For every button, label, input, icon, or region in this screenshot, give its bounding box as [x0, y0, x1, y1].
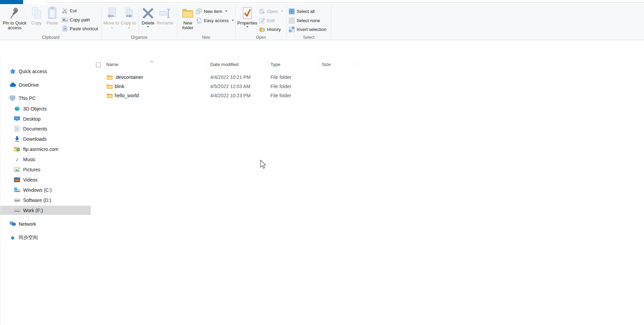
sidebar-item-quick-access[interactable]: Quick access — [0, 67, 91, 76]
sidebar-item-this-pc[interactable]: This PC — [0, 93, 91, 103]
ftp-folder-globe-icon — [14, 146, 20, 152]
sidebar-item-network[interactable]: Network — [0, 219, 91, 228]
copy-to-dropdown-caret — [128, 27, 130, 29]
tab-bottom-border — [47, 2, 644, 3]
sidebar-item-sync-space[interactable]: ◆ 同步空间 — [0, 233, 91, 242]
sidebar-item-onedrive[interactable]: OneDrive — [0, 80, 91, 89]
group-label-open: Open — [235, 35, 286, 40]
move-to-button[interactable]: Move to — [103, 5, 119, 37]
history-clock-icon — [259, 26, 265, 32]
sidebar-item-3d-objects[interactable]: 3D Objects — [0, 104, 91, 113]
ribbon-tab-strip — [0, 0, 644, 4]
sidebar-item-videos[interactable]: Videos — [0, 175, 91, 184]
pin-to-quick-access-button[interactable]: Pin to Quick access — [1, 5, 29, 37]
move-to-icon — [105, 6, 117, 20]
sidebar-item-documents[interactable]: Documents — [0, 124, 91, 133]
tab-divider — [47, 0, 47, 2]
address-toolbar: This PC Work (F:) BLE_WIFI Espressif SDK… — [0, 40, 644, 58]
navigation-pane: Quick access OneDrive This PC — [0, 58, 92, 325]
paste-icon — [47, 6, 57, 20]
sidebar-item-music[interactable]: ♪ Music — [0, 155, 91, 164]
paste-button[interactable]: Paste — [44, 5, 60, 37]
software-d-drive-icon — [14, 197, 20, 203]
file-date-modified: 4/4/2022 10:21 PM — [210, 74, 250, 80]
group-label-new: New — [177, 35, 235, 40]
invert-selection-button[interactable]: Invert selection — [289, 25, 331, 33]
delete-x-icon — [142, 6, 154, 20]
file-explorer-window: Pin to Quick access Copy Paste — [0, 0, 644, 325]
file-name: .devcontainer — [115, 74, 143, 80]
sidebar-item-windows-c[interactable]: Windows (C:) — [0, 185, 91, 194]
folder-icon — [107, 75, 113, 81]
file-row-hello-world[interactable]: hello_world 4/4/2022 10:23 PM File folde… — [92, 91, 449, 100]
rename-icon — [159, 6, 171, 20]
copy-button[interactable]: Copy — [29, 5, 44, 37]
open-button[interactable]: Open — [259, 7, 285, 15]
paste-shortcut-button[interactable]: Paste shortcut — [62, 24, 100, 33]
copy-to-button[interactable]: Copy to — [120, 5, 136, 37]
folder-icon — [107, 84, 113, 90]
easy-access-icon — [196, 17, 202, 23]
copy-to-icon — [122, 6, 134, 20]
folder-icon — [107, 93, 113, 99]
file-type: File folder — [270, 74, 291, 80]
sidebar-item-desktop[interactable]: Desktop — [0, 114, 91, 123]
column-header-date-modified[interactable]: Date modified — [210, 62, 238, 67]
quick-access-star-icon — [9, 68, 16, 74]
file-type: File folder — [270, 84, 291, 89]
select-none-button[interactable]: Select none — [289, 16, 329, 24]
sidebar-item-software-d[interactable]: Software (D:) — [0, 195, 91, 205]
edit-button[interactable]: Edit — [259, 16, 283, 24]
column-header-name[interactable]: Name — [106, 62, 118, 67]
properties-button[interactable]: Properties — [236, 5, 258, 37]
cut-scissors-icon — [62, 7, 68, 14]
select-all-checkbox[interactable] — [96, 63, 101, 67]
open-dropdown-caret — [281, 11, 283, 12]
copy-path-button[interactable]: Copy path — [62, 16, 100, 24]
select-none-icon — [289, 17, 295, 23]
easy-access-dropdown-caret — [232, 20, 234, 21]
pictures-icon — [14, 167, 20, 173]
3d-objects-cube-icon — [14, 106, 20, 112]
new-item-dropdown-caret — [225, 11, 227, 12]
new-item-button[interactable]: New item — [196, 7, 233, 15]
sidebar-item-pictures[interactable]: Pictures — [0, 165, 91, 174]
work-f-drive-icon — [14, 207, 20, 213]
sidebar-item-work-f[interactable]: Work (F:) — [0, 206, 91, 215]
this-pc-icon — [9, 95, 16, 101]
sidebar-item-ftp-asrmicro[interactable]: ftp.asrmicro.com — [0, 144, 91, 154]
properties-icon — [242, 6, 253, 20]
ribbon: Pin to Quick access Copy Paste — [0, 4, 644, 40]
column-header-size[interactable]: Size — [322, 62, 331, 67]
delete-button[interactable]: Delete — [140, 5, 156, 37]
open-icon — [259, 8, 265, 14]
documents-icon — [14, 126, 20, 132]
rename-button[interactable]: Rename — [156, 5, 174, 37]
group-label-select: Select — [286, 35, 331, 40]
windows-c-drive-icon — [14, 187, 20, 193]
videos-icon — [14, 177, 20, 183]
select-all-button[interactable]: Select all — [289, 7, 329, 15]
copy-path-icon — [62, 17, 68, 23]
easy-access-button[interactable]: Easy access — [196, 16, 236, 24]
file-type: File folder — [270, 93, 291, 98]
delete-dropdown-caret — [147, 26, 149, 28]
file-row-blink[interactable]: blink 4/5/2022 12:03 AM File folder — [92, 82, 449, 91]
file-list: Name Date modified Type Size .devcontain… — [92, 58, 644, 325]
pin-icon — [9, 6, 20, 20]
file-date-modified: 4/4/2022 10:23 PM — [210, 93, 250, 98]
sort-ascending-caret-icon — [150, 58, 154, 64]
file-name: blink — [115, 84, 125, 89]
onedrive-cloud-icon — [9, 82, 16, 88]
history-button[interactable]: History — [259, 25, 286, 33]
paste-shortcut-icon — [62, 25, 68, 32]
mouse-cursor — [260, 160, 268, 171]
column-header-type[interactable]: Type — [270, 62, 280, 67]
sidebar-item-downloads[interactable]: Downloads — [0, 134, 91, 143]
file-row-devcontainer[interactable]: .devcontainer 4/4/2022 10:21 PM File fol… — [92, 73, 449, 82]
music-note-icon: ♪ — [14, 156, 20, 162]
new-folder-button[interactable]: New folder — [179, 5, 196, 37]
file-tab[interactable] — [0, 0, 23, 4]
edit-pencil-icon — [259, 17, 265, 23]
cut-button[interactable]: Cut — [62, 6, 100, 15]
